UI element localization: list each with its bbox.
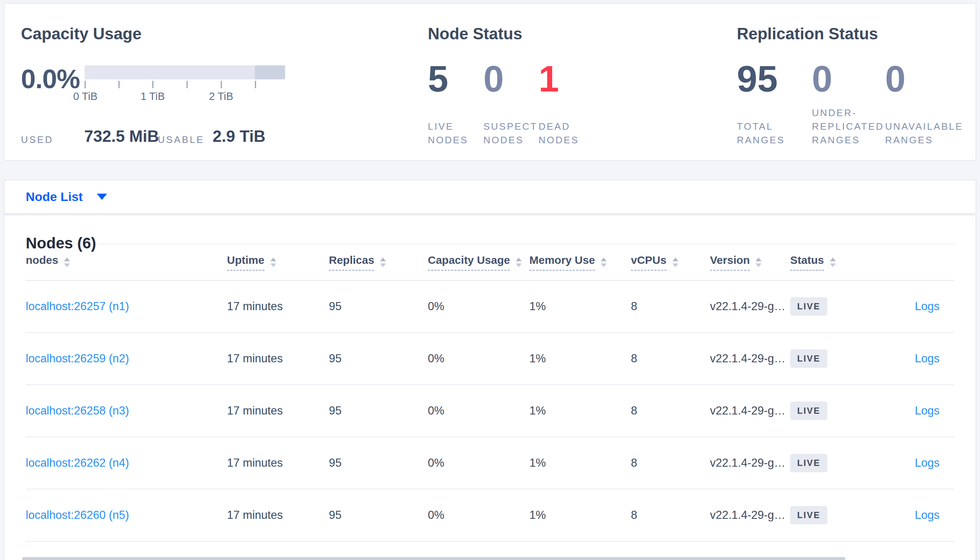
suspect-nodes-value: 0 [483,60,538,97]
replicas-cell: 95 [329,404,428,417]
capacity-usage-section: Capacity Usage 0.0% 0 TiB 1 TiB [21,23,407,147]
unavailable-ranges-stat: 0 UNAVAILABLE RANGES [885,60,980,147]
nodes-table-card: Nodes (6) nodes Uptime Replicas Capacity… [4,215,976,560]
status-badge: LIVE [790,454,827,472]
uptime-cell: 17 minutes [227,300,329,313]
replication-status-title: Replication Status [737,23,980,44]
column-header-status[interactable]: Status [790,254,869,271]
capacity-bar [85,65,285,79]
capacity-cell: 0% [428,300,529,313]
uptime-cell: 17 minutes [227,352,329,365]
caret-down-icon [97,193,107,200]
total-ranges-label: TOTAL RANGES [737,120,812,147]
capacity-axis-labels: 0 TiB 1 TiB 2 TiB [85,90,291,103]
table-row: localhost:26257 (n1) 17 minutes 95 0% 1%… [26,281,954,333]
vcpus-cell: 8 [631,404,710,417]
suspect-nodes-stat: 0 SUSPECT NODES [483,60,538,147]
logs-link[interactable]: Logs [915,404,940,417]
unavailable-ranges-value: 0 [885,60,980,97]
version-cell: v22.1.4-29-g… [710,352,790,365]
replicas-cell: 95 [329,508,428,522]
sort-icon[interactable] [756,258,761,267]
version-cell: v22.1.4-29-g… [710,404,790,417]
under-replicated-value: 0 [812,60,885,97]
usable-label: USABLE [158,134,204,145]
view-selector-card: Node List [4,180,976,214]
suspect-nodes-label: SUSPECT NODES [483,120,538,147]
usable-value: 2.9 TiB [212,127,265,145]
logs-link[interactable]: Logs [915,352,940,365]
capacity-used-percent: 0.0% [21,64,80,94]
vcpus-cell: 8 [631,300,710,313]
dead-nodes-value: 1 [538,60,594,97]
vcpus-cell: 8 [631,352,710,365]
live-nodes-label: LIVE NODES [428,120,483,147]
capacity-cell: 0% [428,352,529,365]
node-link[interactable]: localhost:26257 (n1) [26,300,129,313]
view-selector-dropdown[interactable]: Node List [4,180,976,213]
column-header-capacity-usage[interactable]: Capacity Usage [428,254,529,271]
replicas-cell: 95 [329,457,428,470]
memory-cell: 1% [529,404,631,417]
view-selector-label[interactable]: Node List [26,190,83,204]
node-link[interactable]: localhost:26259 (n2) [26,352,129,365]
unavailable-ranges-label: UNAVAILABLE RANGES [885,120,980,147]
memory-cell: 1% [529,352,631,365]
column-header-vcpus[interactable]: vCPUs [631,254,710,271]
column-header-replicas[interactable]: Replicas [329,254,428,271]
column-header-version[interactable]: Version [710,254,790,271]
logs-link[interactable]: Logs [915,300,940,313]
sort-icon[interactable] [830,258,836,267]
status-badge: LIVE [790,506,827,524]
capacity-bar-nonusable-segment [255,65,285,79]
replicas-cell: 95 [329,352,428,365]
sort-icon[interactable] [270,258,276,267]
sort-icon[interactable] [516,258,522,267]
node-link[interactable]: localhost:26260 (n5) [26,508,129,522]
logs-link[interactable]: Logs [915,508,940,522]
logs-link[interactable]: Logs [915,457,940,469]
table-row: localhost:26262 (n4) 17 minutes 95 0% 1%… [26,437,954,490]
memory-cell: 1% [529,457,631,470]
dead-nodes-stat: 1 DEAD NODES [538,60,594,147]
vcpus-cell: 8 [631,457,710,470]
horizontal-scrollbar[interactable] [22,557,845,560]
sort-icon[interactable] [380,258,386,267]
uptime-cell: 17 minutes [227,457,329,470]
replicas-cell: 95 [329,300,428,313]
used-label: USED [21,134,54,145]
capacity-usage-title: Capacity Usage [21,23,407,44]
status-badge: LIVE [790,350,827,368]
sort-icon[interactable] [601,258,607,267]
cluster-summary-panel: Capacity Usage 0.0% 0 TiB 1 TiB [4,3,976,161]
node-link[interactable]: localhost:26258 (n3) [26,404,129,417]
capacity-legend: USED 732.5 MiB USABLE 2.9 TiB [21,127,407,147]
column-header-uptime[interactable]: Uptime [227,254,329,271]
live-nodes-stat: 5 LIVE NODES [428,60,483,147]
capacity-cell: 0% [428,457,529,470]
total-ranges-value: 95 [737,60,812,97]
status-badge: LIVE [790,402,827,420]
under-replicated-ranges-stat: 0 UNDER-REPLICATED RANGES [812,60,885,147]
capacity-usage-chart: 0.0% 0 TiB 1 TiB 2 TiB [21,60,407,108]
capacity-cell: 0% [428,404,529,417]
sort-icon[interactable] [672,258,678,267]
nodes-table-header-row: nodes Uptime Replicas Capacity Usage Mem… [26,244,954,281]
capacity-cell: 0% [428,508,529,522]
node-status-title: Node Status [428,23,722,44]
sort-icon[interactable] [64,258,70,267]
nodes-table-title: Nodes (6) [26,215,954,243]
axis-label-2tib: 2 TiB [209,90,233,103]
status-badge: LIVE [790,297,827,316]
version-cell: v22.1.4-29-g… [710,300,790,313]
column-header-nodes[interactable]: nodes [26,254,227,271]
node-link[interactable]: localhost:26262 (n4) [26,457,129,469]
table-row: localhost:26258 (n3) 17 minutes 95 0% 1%… [26,385,954,437]
memory-cell: 1% [529,300,631,313]
total-ranges-stat: 95 TOTAL RANGES [737,60,812,147]
replication-status-section: Replication Status 95 TOTAL RANGES 0 UND… [737,23,980,147]
column-header-memory-use[interactable]: Memory Use [529,254,631,271]
uptime-cell: 17 minutes [227,404,329,417]
version-cell: v22.1.4-29-g… [710,457,790,470]
dead-nodes-label: DEAD NODES [538,120,594,147]
